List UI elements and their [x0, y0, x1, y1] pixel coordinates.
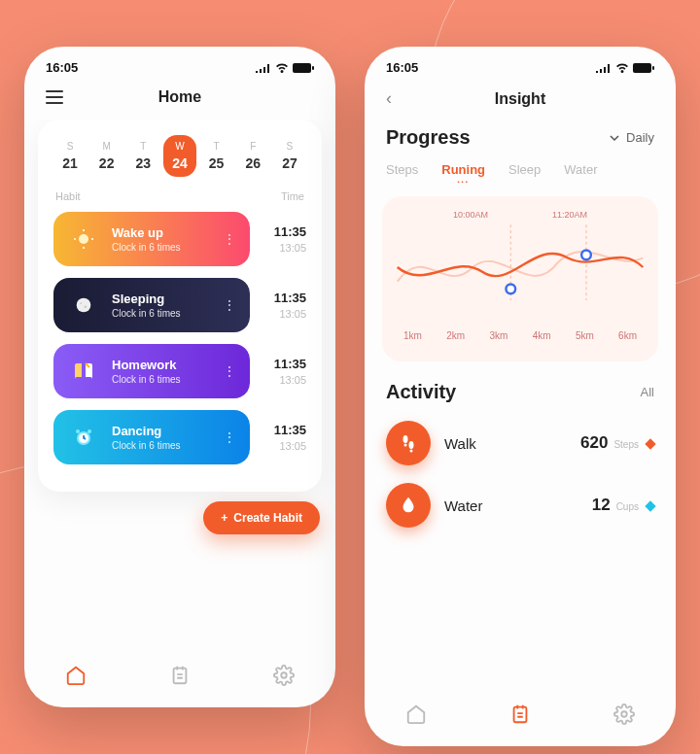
day-24[interactable]: W24	[163, 135, 196, 177]
habit-sub: Clock in 6 times	[112, 242, 211, 253]
progress-tabs: StepsRuningSleepWater	[365, 158, 676, 196]
notes-icon	[169, 665, 191, 686]
activity-unit: Steps	[613, 439, 639, 450]
tab-home[interactable]	[65, 665, 87, 686]
page-title: Insight	[495, 90, 545, 108]
activity-title: Activity	[386, 381, 456, 403]
progress-chart: 10:00AM 11:20AM 1km2km3km4km5km6km	[382, 196, 658, 361]
day-number: 24	[163, 155, 196, 171]
progress-filter-label: Daily	[626, 130, 654, 145]
marker-icon	[645, 438, 655, 449]
habit-row: Dancing Clock in 6 times ⋮ 11:35 13:05	[53, 410, 306, 464]
day-name: F	[236, 141, 269, 152]
day-22[interactable]: M22	[90, 135, 123, 177]
status-time: 16:05	[46, 60, 78, 75]
battery-icon	[633, 63, 654, 73]
col-habit-label: Habit	[55, 190, 81, 202]
svg-point-7	[77, 298, 91, 313]
signal-icon	[596, 63, 612, 73]
chart-time-label: 10:00AM	[453, 210, 488, 220]
svg-point-15	[281, 672, 287, 678]
activity-value: 12	[592, 496, 611, 515]
habit-title: Wake up	[112, 225, 211, 240]
home-icon	[405, 703, 427, 725]
create-habit-button[interactable]: + Create Habit	[203, 501, 320, 534]
day-27[interactable]: S27	[273, 135, 306, 177]
activity-row-walk[interactable]: Walk 620 Steps	[386, 421, 654, 465]
day-name: S	[53, 141, 87, 152]
habit-time: 11:35 13:05	[263, 423, 306, 452]
back-icon[interactable]: ‹	[386, 88, 392, 109]
marker-icon	[645, 500, 655, 511]
habit-sub: Clock in 6 times	[112, 440, 211, 451]
more-icon[interactable]: ⋮	[223, 297, 236, 313]
svg-rect-16	[633, 63, 651, 73]
activity-unit: Cups	[616, 501, 639, 512]
menu-icon[interactable]	[46, 90, 63, 104]
phone-home: 16:05 Home S21M22T23W24T25F26S27 Habit T…	[24, 47, 335, 707]
progress-tab-water[interactable]: Water	[564, 162, 597, 185]
svg-rect-26	[514, 707, 527, 723]
habit-card-wake up[interactable]: Wake up Clock in 6 times ⋮	[53, 212, 250, 266]
habit-text: Wake up Clock in 6 times	[112, 225, 211, 253]
day-25[interactable]: T25	[200, 135, 233, 177]
day-number: 23	[126, 155, 159, 171]
chevron-down-icon	[609, 132, 620, 144]
column-headers: Habit Time	[55, 190, 304, 202]
habit-row: Homework Clock in 6 times ⋮ 11:35 13:05	[53, 344, 306, 398]
svg-point-25	[410, 450, 413, 453]
habit-title: Dancing	[112, 424, 211, 438]
habit-card-homework[interactable]: Homework Clock in 6 times ⋮	[53, 344, 250, 398]
habit-time: 11:35 13:05	[263, 291, 306, 320]
create-habit-label: Create Habit	[233, 511, 302, 525]
progress-tab-sleep[interactable]: Sleep	[508, 162, 541, 185]
battery-icon	[293, 63, 314, 73]
progress-title: Progress	[386, 126, 471, 149]
svg-point-21	[581, 251, 591, 260]
progress-tab-steps[interactable]: Steps	[386, 162, 418, 185]
habit-card-sleeping[interactable]: Sleeping Clock in 6 times ⋮	[53, 278, 250, 332]
habit-time: 11:35 13:05	[263, 224, 306, 254]
tab-home[interactable]	[405, 703, 427, 725]
signal-icon	[256, 63, 271, 73]
wifi-icon	[275, 63, 289, 73]
habit-time-primary: 11:35	[263, 423, 306, 437]
habit-time-primary: 11:35	[263, 224, 306, 239]
day-number: 21	[53, 155, 87, 171]
tab-notes[interactable]	[169, 665, 191, 686]
more-icon[interactable]: ⋮	[223, 429, 236, 445]
habit-title: Sleeping	[112, 291, 211, 306]
more-icon[interactable]: ⋮	[223, 363, 236, 379]
tab-notes[interactable]	[509, 703, 531, 725]
habit-time-secondary: 13:05	[263, 242, 306, 254]
plus-icon: +	[221, 511, 228, 525]
chart-time-label: 11:20AM	[552, 210, 587, 220]
activity-value-group: 12 Cups	[592, 496, 654, 515]
habit-text: Dancing Clock in 6 times	[112, 424, 211, 451]
more-icon[interactable]: ⋮	[223, 231, 236, 247]
tab-settings[interactable]	[613, 703, 635, 725]
day-name: M	[90, 141, 123, 152]
tab-settings[interactable]	[273, 665, 295, 686]
day-23[interactable]: T23	[126, 135, 159, 177]
progress-filter[interactable]: Daily	[609, 130, 654, 145]
clock-icon	[67, 421, 100, 454]
habit-card-dancing[interactable]: Dancing Clock in 6 times ⋮	[53, 410, 250, 464]
day-name: T	[200, 141, 233, 152]
habit-text: Sleeping Clock in 6 times	[112, 291, 211, 319]
svg-rect-1	[312, 66, 314, 70]
day-name: S	[273, 141, 306, 152]
page-title: Home	[158, 88, 201, 106]
activity-section: Activity All Walk 620 Steps Water 12 Cup…	[365, 361, 676, 545]
day-26[interactable]: F26	[236, 135, 269, 177]
nav-header: ‹ Insight	[365, 83, 676, 122]
progress-tab-runing[interactable]: Runing	[441, 162, 485, 185]
activity-row-water[interactable]: Water 12 Cups	[386, 483, 654, 528]
habit-row: Sleeping Clock in 6 times ⋮ 11:35 13:05	[53, 278, 306, 332]
day-21[interactable]: S21	[53, 135, 87, 177]
day-name: W	[163, 141, 196, 152]
day-number: 27	[273, 155, 306, 171]
home-icon	[65, 665, 87, 686]
habit-time-secondary: 13:05	[263, 308, 306, 320]
activity-all-link[interactable]: All	[641, 385, 654, 399]
